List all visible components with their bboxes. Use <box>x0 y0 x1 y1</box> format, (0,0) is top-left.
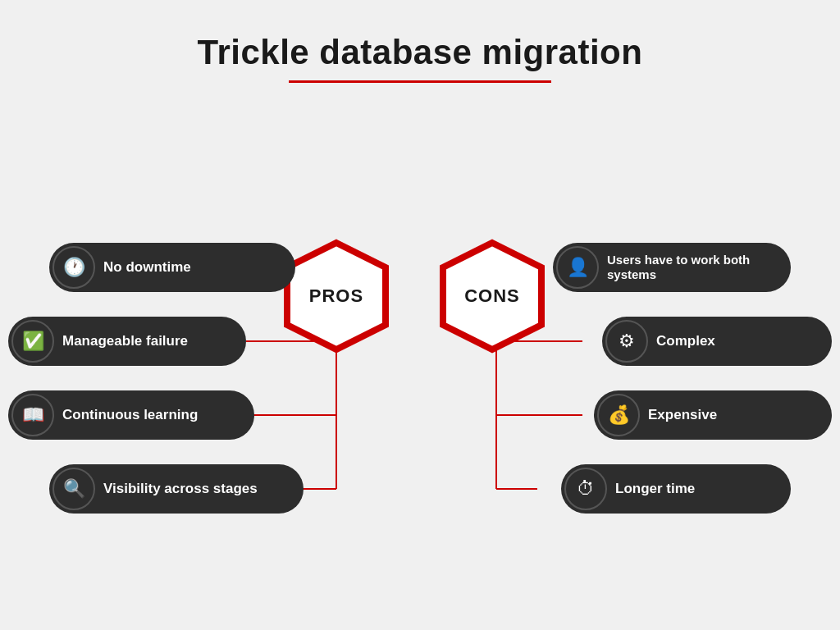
pill-longer-time: ⏱ Longer time <box>561 464 791 514</box>
page-title: Trickle database migration <box>0 33 840 72</box>
no-downtime-icon: 🕐 <box>52 246 95 289</box>
pill-expensive: 💰 Expensive <box>594 390 832 440</box>
manageable-text: Manageable failure <box>54 333 203 349</box>
complex-text: Complex <box>648 333 730 349</box>
pill-continuous-learning: 📖 Continuous learning <box>8 390 254 440</box>
pill-no-downtime: 🕐 No downtime <box>49 243 295 292</box>
expensive-icon: 💰 <box>597 394 640 436</box>
pros-label: PROS <box>309 285 363 307</box>
continuous-icon: 📖 <box>11 394 54 436</box>
title-underline <box>289 80 551 83</box>
cons-hexagon: CONS <box>435 239 550 354</box>
cons-label: CONS <box>464 285 520 307</box>
pros-hexagon: PROS <box>279 239 394 354</box>
manageable-icon: ✅ <box>11 320 54 363</box>
longer-icon: ⏱ <box>564 468 607 510</box>
continuous-text: Continuous learning <box>54 407 212 423</box>
visibility-icon: 🔍 <box>52 468 95 510</box>
users-text: Users have to work both systems <box>599 253 791 282</box>
complex-icon: ⚙ <box>605 320 648 363</box>
users-icon: 👤 <box>556 246 599 289</box>
expensive-text: Expensive <box>640 407 732 423</box>
diagram-area: PROS CONS 🕐 No downtime ✅ Manageable fai… <box>0 91 840 567</box>
pill-manageable-failure: ✅ Manageable failure <box>8 317 246 366</box>
longer-text: Longer time <box>607 481 710 497</box>
visibility-text: Visibility across stages <box>95 481 272 497</box>
no-downtime-text: No downtime <box>95 259 206 276</box>
pill-complex: ⚙ Complex <box>602 317 832 366</box>
pill-users-both-systems: 👤 Users have to work both systems <box>553 243 791 292</box>
pill-visibility: 🔍 Visibility across stages <box>49 464 304 514</box>
title-section: Trickle database migration <box>0 0 840 83</box>
